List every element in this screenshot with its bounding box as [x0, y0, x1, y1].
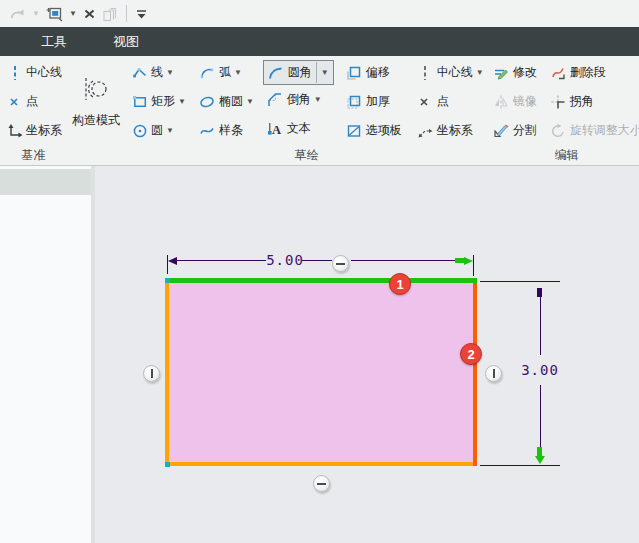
button-label: 中心线: [26, 64, 62, 81]
dim-width-line-segment: [172, 260, 266, 261]
button-label: 倒角: [287, 91, 311, 108]
ellipse-icon: [198, 93, 217, 110]
centerline-button[interactable]: 中心线: [2, 58, 65, 87]
ribbon-group-sketch: 线 ▼ 矩形 ▼ 圆 ▼ 弧 ▼: [127, 58, 487, 165]
button-label: 圆: [151, 122, 163, 139]
group-label-empty: [67, 148, 125, 165]
geometry-centerline-button[interactable]: 中心线 ▼: [413, 58, 487, 87]
circle-button[interactable]: 圆 ▼: [127, 116, 189, 145]
vertex-dot-top-left[interactable]: [165, 278, 170, 283]
button-label: 文本: [287, 120, 311, 137]
chevron-down-icon[interactable]: ▼: [314, 95, 322, 104]
button-label: 加厚: [366, 93, 390, 110]
divide-button[interactable]: 分割: [489, 116, 540, 145]
point-icon: [5, 93, 24, 110]
mirror-icon: [492, 93, 511, 110]
dim-width-arrow-right: [464, 257, 473, 265]
csys-icon: [5, 122, 24, 139]
arc-icon: [198, 64, 217, 81]
dim-height-tick-top: [537, 288, 542, 297]
chevron-down-icon[interactable]: ▼: [166, 126, 174, 135]
dimension-width-value[interactable]: 5.00: [265, 252, 305, 268]
constraint-vertical-right[interactable]: [485, 365, 502, 382]
constraint-vertical-left[interactable]: [143, 365, 160, 382]
dim-height-arrow-bottom-tail: [537, 447, 542, 456]
sketch-edge-left[interactable]: [165, 283, 169, 466]
dim-width-handle[interactable]: [332, 255, 349, 272]
spline-button[interactable]: 样条: [195, 116, 257, 145]
dim-height-extension-bottom: [480, 465, 560, 466]
chevron-down-icon[interactable]: ▼: [166, 68, 174, 77]
constraint-horizontal-bottom[interactable]: [313, 475, 330, 492]
point-button[interactable]: 点: [2, 87, 65, 116]
redo-icon[interactable]: [7, 3, 29, 25]
close-icon[interactable]: [80, 3, 99, 25]
line-icon: [130, 64, 149, 81]
redo-dropdown-icon[interactable]: ▼: [29, 9, 43, 18]
tab-tools[interactable]: 工具: [26, 28, 82, 56]
ellipse-button[interactable]: 椭圆 ▼: [195, 87, 257, 116]
chevron-down-icon[interactable]: ▼: [476, 68, 484, 77]
tab-view[interactable]: 视图: [98, 28, 154, 56]
delete-segment-button[interactable]: 删除段: [546, 58, 639, 87]
chamfer-button[interactable]: 倒角 ▼: [263, 85, 334, 114]
vertical-bar-glyph-icon: [493, 369, 495, 378]
corner-button[interactable]: 拐角: [546, 87, 639, 116]
sketch-rectangle-fill[interactable]: [169, 283, 473, 462]
button-label: 点: [437, 93, 449, 110]
line-button[interactable]: 线 ▼: [127, 58, 189, 87]
dimension-height-value[interactable]: 3.00: [519, 362, 561, 378]
chevron-down-icon[interactable]: ▼: [178, 97, 186, 106]
fillet-icon: [267, 64, 286, 81]
button-label: 删除段: [570, 64, 606, 81]
geometry-point-button[interactable]: 点: [413, 87, 487, 116]
mirror-button[interactable]: 镜像: [489, 87, 540, 116]
selection-badge-1: 1: [389, 273, 411, 295]
text-button[interactable]: A 文本: [263, 114, 334, 143]
sketch-canvas[interactable]: 5.00 3.00 1 2: [95, 166, 639, 543]
button-label: 坐标系: [26, 122, 62, 139]
navigator-panel-header: [0, 169, 91, 195]
button-label: 分割: [513, 122, 537, 139]
modify-button[interactable]: 修改: [489, 58, 540, 87]
dim-width-line-segment: [351, 260, 466, 261]
construction-mode-button[interactable]: 构造模式: [67, 58, 125, 145]
button-label: 中心线: [437, 64, 473, 81]
chevron-down-icon[interactable]: ▼: [316, 62, 333, 83]
fillet-button[interactable]: 圆角 ▼: [263, 60, 334, 85]
thicken-button[interactable]: 加厚: [342, 87, 405, 116]
arc-button[interactable]: 弧 ▼: [195, 58, 257, 87]
offset-button[interactable]: 偏移: [342, 58, 405, 87]
button-label: 旋转调整大小: [570, 122, 639, 139]
sketch-edge-top-selected[interactable]: [167, 278, 477, 283]
modify-icon: [492, 64, 511, 81]
csys-button[interactable]: 坐标系: [2, 116, 65, 145]
vertex-dot-bottom-left[interactable]: [165, 462, 170, 467]
geometry-csys-button[interactable]: 坐标系: [413, 116, 487, 145]
button-label: 样条: [219, 122, 243, 139]
window-switch-dropdown-icon[interactable]: ▼: [66, 9, 80, 18]
ribbon-tab-bar: 工具 视图: [0, 27, 639, 56]
sketch-edge-bottom[interactable]: [167, 462, 477, 466]
button-label: 坐标系: [437, 122, 473, 139]
ribbon-toggle-icon[interactable]: [133, 3, 150, 25]
layers-icon[interactable]: [99, 3, 120, 25]
palette-button[interactable]: 选项板: [342, 116, 405, 145]
rotate-resize-button[interactable]: 旋转调整大小: [546, 116, 639, 145]
vertical-bar-glyph-icon: [151, 369, 153, 378]
csys-dark-icon: [416, 122, 435, 139]
minus-glyph-icon: [317, 483, 326, 485]
spline-icon: [198, 122, 217, 139]
window-switch-icon[interactable]: [43, 3, 66, 25]
sketch-edge-right-selected[interactable]: [473, 278, 477, 466]
chevron-down-icon[interactable]: ▼: [246, 97, 254, 106]
chevron-down-icon[interactable]: ▼: [234, 68, 242, 77]
button-label: 弧: [219, 64, 231, 81]
rectangle-button[interactable]: 矩形 ▼: [127, 87, 189, 116]
rotate-resize-icon: [549, 122, 568, 139]
group-label-sketch: 草绘: [127, 148, 487, 165]
minus-glyph-icon: [336, 263, 345, 265]
navigator-panel[interactable]: [0, 166, 95, 543]
ribbon-group-datum: 中心线 点 坐标系 基准: [2, 58, 65, 165]
group-label-edit: 编辑: [489, 148, 639, 165]
